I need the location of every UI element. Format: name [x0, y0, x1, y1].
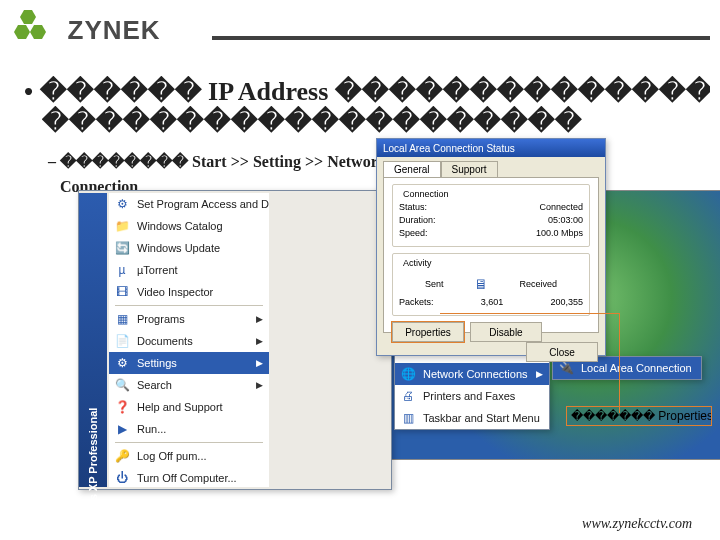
start-menu-item-0[interactable]: ⚙Set Program Access and Defaults: [109, 193, 269, 215]
bullet-1-suffix: ��������������: [335, 77, 710, 106]
start-menu-item-8-icon: ⚙: [113, 354, 131, 372]
packets-sent-value: 3,601: [434, 296, 551, 309]
bullet-1-highlight: IP Address: [208, 77, 328, 106]
chevron-right-icon: ▶: [256, 380, 263, 390]
start-menu-item-10-label: Help and Support: [137, 401, 223, 413]
chevron-right-icon: ▶: [256, 314, 263, 324]
settings-submenu-item-1-icon: 🌐: [399, 365, 417, 383]
start-menu-item-2-icon: 🔄: [113, 239, 131, 257]
dialog-body: Connection Status:Connected Duration:05:…: [383, 177, 599, 333]
settings-submenu-item-3-icon: ▥: [399, 409, 417, 427]
start-menu-item-3[interactable]: µµTorrent: [109, 259, 269, 281]
callout-connector: [440, 313, 620, 413]
svg-marker-0: [20, 10, 36, 24]
start-menu-item-14-icon: ⏻: [113, 469, 131, 487]
start-menu-sidebar: Windows XP Professional: [79, 193, 107, 487]
start-menu-item-8[interactable]: ⚙Settings▶: [109, 352, 269, 374]
start-menu-item-4-label: Video Inspector: [137, 286, 213, 298]
start-menu-sidebar-label: Windows XP Professional: [87, 408, 99, 540]
bullet-line-1: • ������ IP Address ��������������: [18, 76, 710, 107]
start-menu-item-6-label: Programs: [137, 313, 185, 325]
activity-sent-label: Sent: [425, 279, 444, 289]
start-menu-item-14-label: Turn Off Computer...: [137, 472, 237, 484]
dialog-titlebar[interactable]: Local Area Connection Status: [377, 139, 605, 157]
activity-nic-icon: 🖥: [467, 272, 495, 296]
bullet-1-prefix: • ������: [24, 77, 202, 106]
dialog-title-text: Local Area Connection Status: [383, 143, 515, 154]
logo-wordmark: ZYNEK: [68, 15, 161, 46]
start-menu-item-0-icon: ⚙: [113, 195, 131, 213]
start-menu-item-11[interactable]: ▶Run...: [109, 418, 269, 440]
start-menu-item-9-label: Search: [137, 379, 172, 391]
callout-text: ������� Properties: [571, 409, 712, 423]
duration-value: 05:03:00: [548, 214, 583, 227]
sub-bullet-prefix: – ��������: [48, 153, 188, 170]
start-menu-item-4[interactable]: 🎞Video Inspector: [109, 281, 269, 303]
duration-key: Duration:: [399, 214, 436, 227]
dialog-tabstrip: General Support: [377, 157, 605, 177]
speed-value: 100.0 Mbps: [536, 227, 583, 240]
activity-received-label: Received: [519, 279, 557, 289]
start-menu-item-13-label: Log Off pum...: [137, 450, 207, 462]
start-menu-item-10[interactable]: ❓Help and Support: [109, 396, 269, 418]
start-menu-item-7-icon: 📄: [113, 332, 131, 350]
start-menu-item-3-label: µTorrent: [137, 264, 178, 276]
speed-key: Speed:: [399, 227, 428, 240]
tab-support[interactable]: Support: [441, 161, 498, 177]
start-menu-item-1-icon: 📁: [113, 217, 131, 235]
start-menu-item-10-icon: ❓: [113, 398, 131, 416]
start-menu-item-7-label: Documents: [137, 335, 193, 347]
start-menu-item-6-icon: ▦: [113, 310, 131, 328]
chevron-right-icon: ▶: [256, 336, 263, 346]
start-menu-item-2-label: Windows Update: [137, 242, 220, 254]
activity-group-label: Activity: [401, 258, 434, 268]
start-menu-item-0-label: Set Program Access and Defaults: [137, 198, 269, 210]
start-menu-item-3-icon: µ: [113, 261, 131, 279]
connection-group-label: Connection: [401, 189, 451, 199]
start-menu-item-13[interactable]: 🔑Log Off pum...: [109, 445, 269, 467]
start-menu-item-2[interactable]: 🔄Windows Update: [109, 237, 269, 259]
start-menu-separator: [115, 442, 263, 443]
footer-url: www.zynekcctv.com: [582, 516, 692, 532]
tab-general[interactable]: General: [383, 161, 441, 177]
start-menu-item-9-icon: 🔍: [113, 376, 131, 394]
start-menu-separator: [115, 305, 263, 306]
start-menu-item-11-icon: ▶: [113, 420, 131, 438]
settings-submenu-item-3-label: Taskbar and Start Menu: [423, 412, 540, 424]
status-key: Status:: [399, 201, 427, 214]
start-menu-item-7[interactable]: 📄Documents▶: [109, 330, 269, 352]
bullet-line-2: ��������������������: [42, 106, 710, 137]
svg-marker-2: [30, 25, 46, 39]
start-menu-item-1[interactable]: 📁Windows Catalog: [109, 215, 269, 237]
header-rule: [212, 36, 710, 40]
chevron-right-icon: ▶: [256, 358, 263, 368]
settings-submenu-item-2-icon: 🖨: [399, 387, 417, 405]
status-value: Connected: [539, 201, 583, 214]
logo-hex-icon: [14, 10, 60, 50]
start-menu-item-6[interactable]: ▦Programs▶: [109, 308, 269, 330]
start-menu-item-8-label: Settings: [137, 357, 177, 369]
connection-group: Connection Status:Connected Duration:05:…: [392, 184, 590, 247]
packets-key: Packets:: [399, 296, 434, 309]
activity-group: Activity Sent 🖥 Received Packets: 3,601 …: [392, 253, 590, 316]
start-menu-item-13-icon: 🔑: [113, 447, 131, 465]
callout-box: ������� Properties: [566, 406, 712, 426]
start-menu-item-11-label: Run...: [137, 423, 166, 435]
start-menu-item-1-label: Windows Catalog: [137, 220, 223, 232]
start-menu-item-9[interactable]: 🔍Search▶: [109, 374, 269, 396]
start-menu: Windows XP Professional ⚙Set Program Acc…: [78, 190, 392, 490]
svg-marker-1: [14, 25, 30, 39]
start-menu-left-column: ⚙Set Program Access and Defaults📁Windows…: [109, 193, 269, 487]
packets-recv-value: 200,355: [550, 296, 583, 309]
start-menu-item-14[interactable]: ⏻Turn Off Computer...: [109, 467, 269, 489]
start-menu-item-4-icon: 🎞: [113, 283, 131, 301]
header-bar: ZYNEK: [14, 10, 710, 52]
